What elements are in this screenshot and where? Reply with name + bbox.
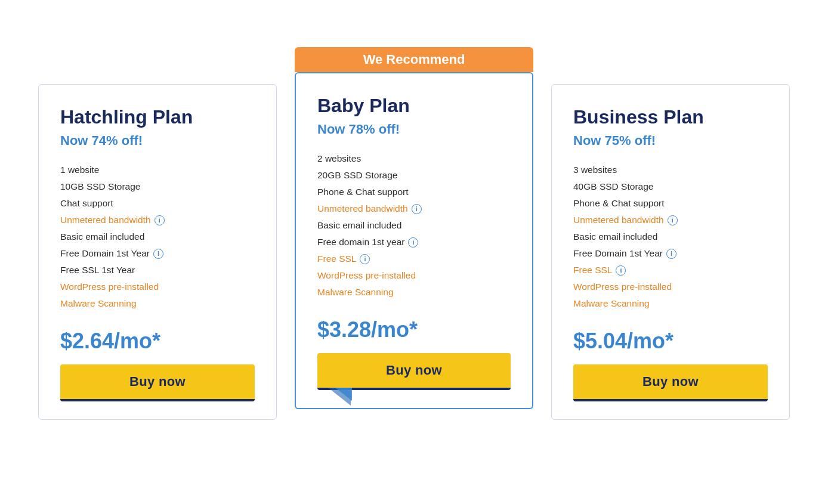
feature-item: Unmetered bandwidthi <box>573 212 768 228</box>
feature-item: Free Domain 1st Yeari <box>573 245 768 262</box>
info-icon[interactable]: i <box>155 215 165 225</box>
feature-item: Free SSLi <box>317 251 511 267</box>
plan-price-hatchling: $2.64/mo* <box>60 329 255 354</box>
info-icon[interactable]: i <box>153 249 163 259</box>
feature-item: Free SSLi <box>573 262 768 279</box>
feature-item: Unmetered bandwidthi <box>317 200 511 217</box>
plan-price-business: $5.04/mo* <box>573 329 768 354</box>
feature-item: Malware Scanning <box>573 295 768 312</box>
plan-price-baby: $3.28/mo* <box>317 317 511 342</box>
buy-button-hatchling[interactable]: Buy now <box>60 364 255 401</box>
feature-item: Phone & Chat support <box>317 184 511 200</box>
feature-item: 10GB SSD Storage <box>60 178 255 195</box>
feature-item: Unmetered bandwidthi <box>60 212 255 228</box>
plan-card-hatchling: Hatchling PlanNow 74% off!1 website10GB … <box>38 84 277 420</box>
feature-item: 1 website <box>60 162 255 178</box>
feature-item: Phone & Chat support <box>573 195 768 212</box>
info-icon[interactable]: i <box>408 237 418 248</box>
pricing-section: Hatchling PlanNow 74% off!1 website10GB … <box>0 72 828 432</box>
feature-item: Free domain 1st yeari <box>317 234 511 251</box>
feature-item: Free Domain 1st Yeari <box>60 245 255 262</box>
plan-discount-baby: Now 78% off! <box>317 122 511 137</box>
plan-title-baby: Baby Plan <box>317 95 511 117</box>
recommend-badge: We Recommend <box>295 47 533 72</box>
features-list-hatchling: 1 website10GB SSD StorageChat supportUnm… <box>60 162 255 312</box>
features-list-business: 3 websites40GB SSD StoragePhone & Chat s… <box>573 162 768 312</box>
plan-card-business: Business PlanNow 75% off!3 websites40GB … <box>551 84 790 420</box>
feature-item: Basic email included <box>60 228 255 245</box>
plan-discount-business: Now 75% off! <box>573 133 768 149</box>
feature-item: 40GB SSD Storage <box>573 178 768 195</box>
feature-item: Free SSL 1st Year <box>60 262 255 279</box>
feature-item: 2 websites <box>317 150 511 167</box>
feature-item: Basic email included <box>317 217 511 234</box>
plan-discount-hatchling: Now 74% off! <box>60 133 255 149</box>
feature-item: 3 websites <box>573 162 768 178</box>
info-icon[interactable]: i <box>412 204 422 214</box>
feature-item: 20GB SSD Storage <box>317 167 511 184</box>
feature-item: Malware Scanning <box>317 284 511 301</box>
features-list-baby: 2 websites20GB SSD StoragePhone & Chat s… <box>317 150 511 301</box>
plan-card-baby: We RecommendBaby PlanNow 78% off!2 websi… <box>295 72 533 409</box>
buy-btn-wrap: Buy now <box>317 353 511 390</box>
feature-item: Chat support <box>60 195 255 212</box>
plan-title-hatchling: Hatchling Plan <box>60 106 255 128</box>
feature-item: Malware Scanning <box>60 295 255 312</box>
feature-item: Basic email included <box>573 228 768 245</box>
feature-item: WordPress pre-installed <box>573 279 768 295</box>
plan-title-business: Business Plan <box>573 106 768 128</box>
feature-item: WordPress pre-installed <box>317 267 511 284</box>
info-icon[interactable]: i <box>616 265 626 276</box>
buy-button-baby[interactable]: Buy now <box>317 353 511 390</box>
info-icon[interactable]: i <box>360 254 370 264</box>
buy-button-business[interactable]: Buy now <box>573 364 768 401</box>
info-icon[interactable]: i <box>668 215 678 225</box>
feature-item: WordPress pre-installed <box>60 279 255 295</box>
info-icon[interactable]: i <box>666 249 676 259</box>
